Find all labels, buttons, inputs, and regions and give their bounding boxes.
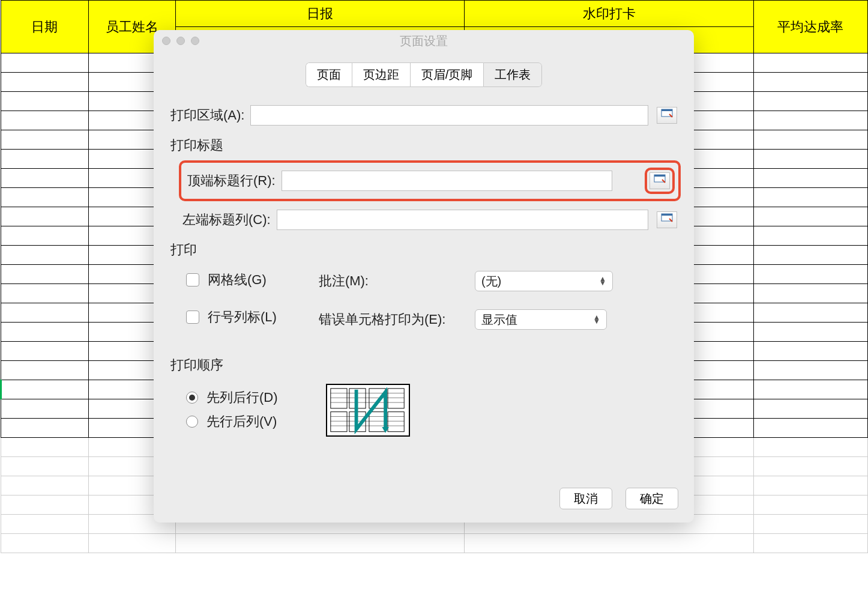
order-over-then-down-radio[interactable]: 先行后列(V) xyxy=(186,413,278,431)
print-order-illustration xyxy=(326,384,410,437)
radio-icon xyxy=(186,416,198,428)
window-close-button[interactable] xyxy=(162,37,170,45)
print-area-picker-button[interactable] xyxy=(657,107,677,124)
order-over-label: 先行后列(V) xyxy=(206,413,277,431)
cancel-button[interactable]: 取消 xyxy=(559,488,612,509)
top-title-row-picker-button[interactable] xyxy=(649,172,670,189)
svg-rect-13 xyxy=(388,412,404,432)
range-picker-icon xyxy=(661,213,673,227)
chevron-updown-icon: ▲▼ xyxy=(599,277,606,285)
dialog-title: 页面设置 xyxy=(154,33,694,49)
tab-headerfooter[interactable]: 页眉/页脚 xyxy=(410,62,484,87)
range-picker-icon xyxy=(661,109,673,123)
range-picker-icon xyxy=(654,174,666,188)
comments-select[interactable]: (无) ▲▼ xyxy=(475,271,613,291)
svg-rect-8 xyxy=(369,389,385,408)
col-header-watermark[interactable]: 水印打卡 xyxy=(465,1,753,27)
rowcol-headers-label: 行号列标(L) xyxy=(208,308,277,326)
svg-rect-10 xyxy=(330,412,346,432)
dialog-titlebar: 页面设置 xyxy=(154,30,694,52)
rowcol-headers-checkbox[interactable]: 行号列标(L) xyxy=(186,308,277,326)
svg-rect-1 xyxy=(662,109,672,111)
print-area-label: 打印区域(A): xyxy=(170,106,244,124)
tab-sheet[interactable]: 工作表 xyxy=(483,62,542,87)
comments-label: 批注(M): xyxy=(319,272,463,290)
left-title-col-label: 左端标题列(C): xyxy=(182,211,271,229)
checkbox-icon xyxy=(186,311,199,324)
errors-label: 错误单元格打印为(E): xyxy=(319,311,463,329)
chevron-updown-icon: ▲▼ xyxy=(593,315,600,324)
col-header-date[interactable]: 日期 xyxy=(1,1,89,53)
top-title-row-label: 顶端标题行(R): xyxy=(187,172,276,190)
window-minimize-button[interactable] xyxy=(176,37,185,45)
errors-value: 显示值 xyxy=(481,312,517,328)
print-titles-label: 打印标题 xyxy=(170,136,677,154)
top-title-row-input[interactable] xyxy=(282,171,612,191)
ok-button[interactable]: 确定 xyxy=(625,488,678,509)
window-zoom-button[interactable] xyxy=(191,37,199,45)
order-down-label: 先列后行(D) xyxy=(206,389,278,407)
gridlines-checkbox[interactable]: 网格线(G) xyxy=(186,271,277,289)
print-area-input[interactable] xyxy=(250,105,648,126)
order-down-then-over-radio[interactable]: 先列后行(D) xyxy=(186,389,278,407)
gridlines-label: 网格线(G) xyxy=(208,271,267,289)
dialog-tabs: 页面 页边距 页眉/页脚 工作表 xyxy=(154,62,694,87)
left-title-col-input[interactable] xyxy=(277,210,648,230)
checkbox-icon xyxy=(186,273,199,286)
tab-margins[interactable]: 页边距 xyxy=(352,62,410,87)
svg-rect-3 xyxy=(654,175,665,177)
svg-rect-9 xyxy=(388,389,404,408)
tab-page[interactable]: 页面 xyxy=(306,62,352,87)
comments-value: (无) xyxy=(481,273,501,289)
errors-select[interactable]: 显示值 ▲▼ xyxy=(475,309,607,330)
order-section-label: 打印顺序 xyxy=(170,356,677,374)
print-section-label: 打印 xyxy=(170,241,677,259)
top-title-row-highlight: 顶端标题行(R): xyxy=(179,160,681,201)
svg-rect-5 xyxy=(662,214,672,216)
col-header-avg[interactable]: 平均达成率 xyxy=(753,1,867,53)
page-setup-dialog: 页面设置 页面 页边距 页眉/页脚 工作表 打印区域(A): 打印标题 顶端标题… xyxy=(154,30,694,523)
svg-rect-6 xyxy=(330,389,346,408)
left-title-col-picker-button[interactable] xyxy=(657,211,677,228)
radio-icon xyxy=(186,392,198,404)
col-header-daily[interactable]: 日报 xyxy=(176,1,465,27)
